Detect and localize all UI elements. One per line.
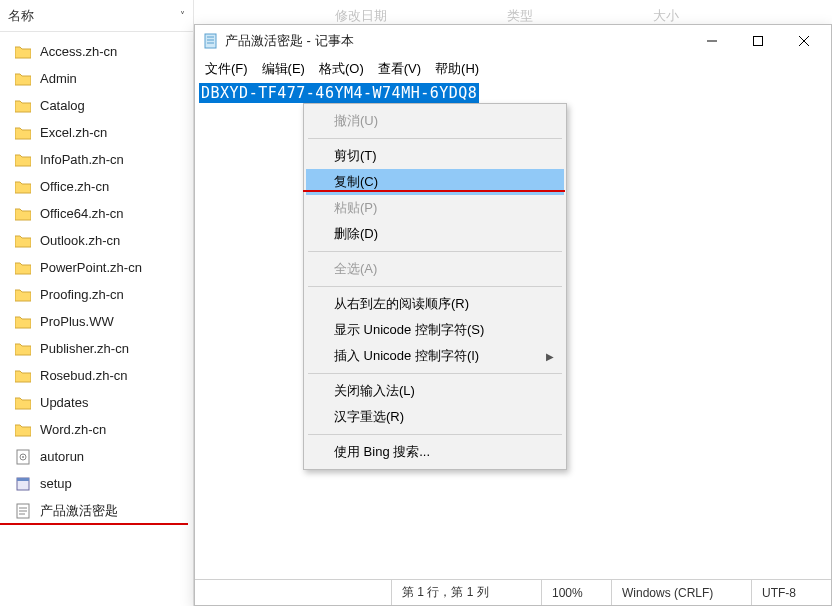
status-encoding: UTF-8 [751,580,831,605]
folder-icon [14,71,32,87]
col-modified[interactable]: 修改日期 [335,7,387,25]
explorer-item-Access.zh-cn[interactable]: Access.zh-cn [0,38,193,65]
file-label: Catalog [40,98,85,113]
menu-help[interactable]: 帮助(H) [435,60,479,78]
context-item-13[interactable]: 关闭输入法(L) [306,378,564,404]
menu-format[interactable]: 格式(O) [319,60,364,78]
file-label: setup [40,476,72,491]
file-label: Office.zh-cn [40,179,109,194]
svg-rect-9 [205,34,216,48]
context-item-label: 粘贴(P) [334,199,377,217]
menu-edit[interactable]: 编辑(E) [262,60,305,78]
svg-point-2 [22,456,24,458]
context-item-5[interactable]: 删除(D) [306,221,564,247]
file-label: Updates [40,395,88,410]
selected-text: DBXYD-TF477-46YM4-W74MH-6YDQ8 [199,83,479,103]
svg-rect-14 [754,37,763,46]
explorer-item-Office.zh-cn[interactable]: Office.zh-cn [0,173,193,200]
explorer-item-产品激活密匙[interactable]: 产品激活密匙 [0,497,193,524]
folder-icon [14,233,32,249]
explorer-item-setup[interactable]: setup [0,470,193,497]
maximize-button[interactable] [735,26,781,56]
highlight-underline [303,190,565,192]
context-item-10[interactable]: 显示 Unicode 控制字符(S) [306,317,564,343]
explorer-item-Rosebud.zh-cn[interactable]: Rosebud.zh-cn [0,362,193,389]
context-item-2[interactable]: 剪切(T) [306,143,564,169]
svg-rect-4 [17,478,29,481]
file-label: Office64.zh-cn [40,206,124,221]
explorer-item-Proofing.zh-cn[interactable]: Proofing.zh-cn [0,281,193,308]
status-position: 第 1 行，第 1 列 [391,580,541,605]
file-label: autorun [40,449,84,464]
file-label: ProPlus.WW [40,314,114,329]
folder-icon [14,341,32,357]
context-separator [308,373,562,374]
folder-icon [14,152,32,168]
explorer-item-ProPlus.WW[interactable]: ProPlus.WW [0,308,193,335]
explorer-item-autorun[interactable]: autorun [0,443,193,470]
context-item-7: 全选(A) [306,256,564,282]
menu-bar: 文件(F) 编辑(E) 格式(O) 查看(V) 帮助(H) [195,57,831,81]
status-zoom: 100% [541,580,611,605]
context-item-4: 粘贴(P) [306,195,564,221]
submenu-arrow-icon: ▶ [546,351,554,362]
explorer-item-PowerPoint.zh-cn[interactable]: PowerPoint.zh-cn [0,254,193,281]
explorer-item-Outlook.zh-cn[interactable]: Outlook.zh-cn [0,227,193,254]
explorer-item-Admin[interactable]: Admin [0,65,193,92]
context-item-label: 显示 Unicode 控制字符(S) [334,321,484,339]
context-separator [308,251,562,252]
file-label: Admin [40,71,77,86]
menu-view[interactable]: 查看(V) [378,60,421,78]
close-button[interactable] [781,26,827,56]
explorer-column-header[interactable]: 名称 ˅ [0,0,193,32]
folder-icon [14,314,32,330]
explorer-item-Updates[interactable]: Updates [0,389,193,416]
explorer-item-Catalog[interactable]: Catalog [0,92,193,119]
explorer-item-Office64.zh-cn[interactable]: Office64.zh-cn [0,200,193,227]
context-item-16[interactable]: 使用 Bing 搜索... [306,439,564,465]
context-separator [308,434,562,435]
inf-icon [14,449,32,465]
context-item-label: 汉字重选(R) [334,408,404,426]
text-area[interactable]: DBXYD-TF477-46YM4-W74MH-6YDQ8 撤消(U)剪切(T)… [195,81,831,579]
col-type[interactable]: 类型 [507,7,533,25]
file-label: Outlook.zh-cn [40,233,120,248]
file-label: Access.zh-cn [40,44,117,59]
context-item-3[interactable]: 复制(C) [306,169,564,195]
status-bar: 第 1 行，第 1 列 100% Windows (CRLF) UTF-8 [195,579,831,605]
col-size[interactable]: 大小 [653,7,679,25]
folder-icon [14,125,32,141]
window-title: 产品激活密匙 - 记事本 [225,32,354,50]
context-separator [308,138,562,139]
file-label: Word.zh-cn [40,422,106,437]
context-menu: 撤消(U)剪切(T)复制(C)粘贴(P)删除(D)全选(A)从右到左的阅读顺序(… [303,103,567,470]
folder-icon [14,44,32,60]
folder-icon [14,206,32,222]
explorer-item-Publisher.zh-cn[interactable]: Publisher.zh-cn [0,335,193,362]
explorer-item-Excel.zh-cn[interactable]: Excel.zh-cn [0,119,193,146]
context-item-11[interactable]: 插入 Unicode 控制字符(I)▶ [306,343,564,369]
explorer-item-Word.zh-cn[interactable]: Word.zh-cn [0,416,193,443]
context-item-14[interactable]: 汉字重选(R) [306,404,564,430]
explorer-item-InfoPath.zh-cn[interactable]: InfoPath.zh-cn [0,146,193,173]
folder-icon [14,422,32,438]
context-item-label: 插入 Unicode 控制字符(I) [334,347,479,365]
context-item-label: 使用 Bing 搜索... [334,443,430,461]
folder-icon [14,179,32,195]
highlight-underline [0,523,188,525]
context-item-9[interactable]: 从右到左的阅读顺序(R) [306,291,564,317]
folder-icon [14,395,32,411]
context-item-label: 全选(A) [334,260,377,278]
minimize-button[interactable] [689,26,735,56]
file-label: Excel.zh-cn [40,125,107,140]
column-name-label: 名称 [8,7,34,25]
title-bar[interactable]: 产品激活密匙 - 记事本 [195,25,831,57]
context-item-label: 复制(C) [334,173,378,191]
context-item-label: 删除(D) [334,225,378,243]
folder-icon [14,260,32,276]
file-label: 产品激活密匙 [40,502,118,520]
status-eol: Windows (CRLF) [611,580,751,605]
menu-file[interactable]: 文件(F) [205,60,248,78]
explorer-panel: 名称 ˅ Access.zh-cnAdminCatalogExcel.zh-cn… [0,0,194,606]
sort-caret-icon: ˅ [180,10,185,21]
